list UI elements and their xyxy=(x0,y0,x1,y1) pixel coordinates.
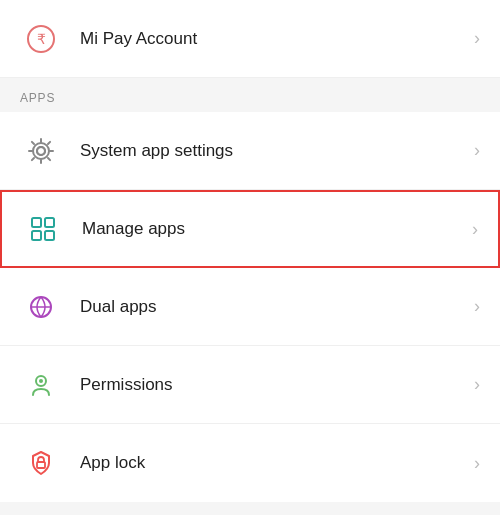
system-app-chevron: › xyxy=(474,140,480,161)
mi-pay-icon-container: ₹ xyxy=(20,18,62,60)
list-item-system-app-settings[interactable]: System app settings › xyxy=(0,112,500,190)
permissions-chevron: › xyxy=(474,374,480,395)
list-item-app-lock[interactable]: App lock › xyxy=(0,424,500,502)
badge-icon-container xyxy=(20,364,62,406)
manage-apps-text: Manage apps xyxy=(82,219,464,239)
manage-apps-chevron: › xyxy=(472,219,478,240)
svg-point-4 xyxy=(37,147,45,155)
app-lock-text: App lock xyxy=(80,453,466,473)
manage-apps-title: Manage apps xyxy=(82,219,464,239)
mi-pay-chevron: › xyxy=(474,28,480,49)
dual-apps-icon xyxy=(27,293,55,321)
shield-icon-container xyxy=(20,442,62,484)
svg-point-12 xyxy=(39,379,43,383)
mi-pay-title: Mi Pay Account xyxy=(80,29,466,49)
permissions-icon xyxy=(27,371,55,399)
permissions-title: Permissions xyxy=(80,375,466,395)
gear-icon xyxy=(27,137,55,165)
mi-pay-icon: ₹ xyxy=(26,24,56,54)
settings-list: ₹ Mi Pay Account › APPS System app setti… xyxy=(0,0,500,502)
grid-icon xyxy=(29,215,57,243)
permissions-text: Permissions xyxy=(80,375,466,395)
svg-rect-8 xyxy=(45,231,54,240)
system-app-settings-text: System app settings xyxy=(80,141,466,161)
svg-text:₹: ₹ xyxy=(37,31,46,47)
list-item-manage-apps[interactable]: Manage apps › xyxy=(0,190,500,268)
dual-apps-text: Dual apps xyxy=(80,297,466,317)
list-item-permissions[interactable]: Permissions › xyxy=(0,346,500,424)
dual-apps-chevron: › xyxy=(474,296,480,317)
system-app-settings-title: System app settings xyxy=(80,141,466,161)
app-lock-icon xyxy=(27,449,55,477)
svg-rect-6 xyxy=(45,218,54,227)
app-lock-chevron: › xyxy=(474,453,480,474)
app-lock-title: App lock xyxy=(80,453,466,473)
svg-point-3 xyxy=(33,143,49,159)
dual-icon-container xyxy=(20,286,62,328)
apps-section-label: APPS xyxy=(20,91,55,105)
svg-rect-5 xyxy=(32,218,41,227)
svg-rect-7 xyxy=(32,231,41,240)
grid-icon-container xyxy=(22,208,64,250)
svg-rect-13 xyxy=(37,462,45,468)
apps-section-divider: APPS xyxy=(0,78,500,112)
dual-apps-title: Dual apps xyxy=(80,297,466,317)
mi-pay-text: Mi Pay Account xyxy=(80,29,466,49)
list-item-mi-pay[interactable]: ₹ Mi Pay Account › xyxy=(0,0,500,78)
list-item-dual-apps[interactable]: Dual apps › xyxy=(0,268,500,346)
gear-icon-container xyxy=(20,130,62,172)
